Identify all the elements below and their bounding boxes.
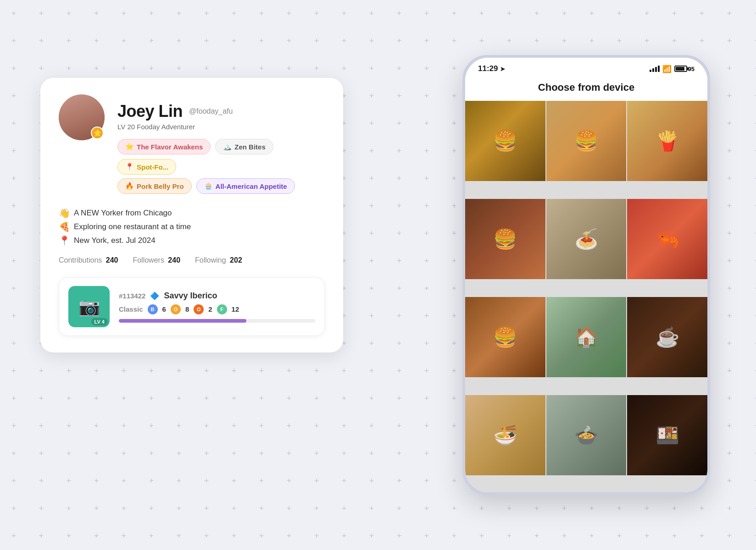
avatar-badge: ⭐ — [91, 126, 104, 139]
tags-row-2: 🔥 Pork Belly Pro 🧁 All-American Appetite — [117, 178, 325, 194]
char-id: #113422 — [119, 292, 145, 300]
photo-5-icon: 🍝 — [546, 199, 627, 279]
stat-badge-b: B — [148, 304, 158, 314]
char-stat-o2-val: 2 — [208, 305, 212, 313]
photo-cell-9[interactable]: ☕ — [627, 297, 707, 377]
user-name: Joey Lin — [117, 102, 183, 121]
photo-cell-5[interactable]: 🍝 — [546, 199, 627, 279]
photo-cell-7[interactable]: 🍔 — [465, 297, 545, 377]
char-stat-o1-val: 8 — [185, 305, 189, 313]
bio-section: 👋 A NEW Yorker from Chicago 🍕 Exploring … — [59, 208, 325, 246]
phone-inner: 11:29 ➤ 📶 95 — [465, 58, 707, 492]
battery-wrap: 95 — [674, 66, 695, 72]
photo-grid: 🍔 🍔 🍟 🍔 🍝 🦐 🍔 — [465, 101, 707, 492]
char-stat-f-val: 12 — [232, 305, 239, 313]
tag-zen-label: Zen Bites — [234, 143, 266, 151]
photo-cell-3[interactable]: 🍟 — [627, 101, 707, 181]
bio-line-2: 🍕 Exploring one restaurant at a time — [59, 221, 325, 232]
user-name-row: Joey Lin @fooday_afu — [117, 94, 325, 121]
stats-row: Contributions 240 Followers 240 Followin… — [59, 256, 325, 264]
following-value: 202 — [230, 256, 242, 264]
tag-spot[interactable]: 📍 Spot-Fo... — [117, 159, 176, 175]
photo-cell-4[interactable]: 🍔 — [465, 199, 545, 279]
tags-row-1: ⭐ The Flavor Awakens 🏔️ Zen Bites 📍 Spot… — [117, 139, 325, 175]
bio-line-1: 👋 A NEW Yorker from Chicago — [59, 208, 325, 219]
char-id-row: #113422 🔷 Savvy Iberico — [119, 291, 315, 301]
tag-pork-label: Pork Belly Pro — [137, 182, 184, 190]
bio-emoji-3: 📍 — [59, 235, 70, 246]
user-level: LV 20 Fooday Adventurer — [117, 123, 325, 131]
battery-fill — [676, 67, 685, 71]
signal-bar-1 — [650, 70, 651, 72]
photo-4-icon: 🍔 — [465, 199, 545, 279]
photo-1-icon: 🍔 — [465, 101, 545, 181]
tag-flavor[interactable]: ⭐ The Flavor Awakens — [117, 139, 211, 154]
avatar-wrap: ⭐ — [59, 94, 105, 140]
char-stat-b-val: 6 — [162, 305, 166, 313]
tag-spot-emoji: 📍 — [125, 163, 134, 171]
photo-12-icon: 🍱 — [627, 395, 707, 475]
location-arrow-icon: ➤ — [500, 66, 505, 72]
char-name: Savvy Iberico — [164, 291, 217, 301]
photo-cell-8[interactable]: 🏠 — [546, 297, 627, 377]
char-stats-label: Classic — [119, 305, 143, 313]
photo-cell-1[interactable]: 🍔 — [465, 101, 545, 181]
character-level-badge: LV 4 — [91, 318, 108, 325]
character-emoji: 📷 — [78, 297, 100, 317]
stat-followers: Followers 240 — [133, 256, 180, 264]
tag-pork[interactable]: 🔥 Pork Belly Pro — [117, 178, 192, 194]
tag-flavor-label: The Flavor Awakens — [137, 143, 203, 151]
tag-zen[interactable]: 🏔️ Zen Bites — [215, 139, 273, 154]
photo-cell-2[interactable]: 🍔 — [546, 101, 627, 181]
status-time: 11:29 ➤ — [478, 64, 505, 73]
avatar-section: ⭐ Joey Lin @fooday_afu LV 20 Fooday Adve… — [59, 94, 325, 198]
time-text: 11:29 — [478, 64, 498, 73]
photo-cell-11[interactable]: 🍲 — [546, 395, 627, 475]
battery-percent: 95 — [688, 66, 695, 72]
progress-bar-wrap — [119, 319, 315, 323]
bio-line-3: 📍 New York, est. Jul 2024 — [59, 235, 325, 246]
phone-status-bar: 11:29 ➤ 📶 95 — [465, 58, 707, 77]
photo-8-icon: 🏠 — [546, 297, 627, 377]
signal-bar-4 — [658, 66, 660, 72]
photo-11-icon: 🍲 — [546, 395, 627, 475]
signal-bar-2 — [652, 68, 654, 72]
profile-card: ⭐ Joey Lin @fooday_afu LV 20 Fooday Adve… — [40, 78, 343, 352]
tag-american-label: All-American Appetite — [216, 182, 287, 190]
character-info: #113422 🔷 Savvy Iberico Classic B 6 O 8 … — [119, 291, 315, 323]
contributions-value: 240 — [106, 256, 118, 264]
stat-badge-o2: O — [194, 304, 204, 314]
photo-10-icon: 🍜 — [465, 395, 545, 475]
character-image: 📷 LV 4 — [68, 286, 110, 327]
photo-cell-6[interactable]: 🦐 — [627, 199, 707, 279]
tag-pork-emoji: 🔥 — [125, 182, 134, 190]
bio-text-1: A NEW Yorker from Chicago — [74, 209, 172, 218]
wifi-icon: 📶 — [662, 65, 672, 73]
bio-emoji-1: 👋 — [59, 208, 70, 219]
battery-box — [674, 66, 687, 72]
stat-following: Following 202 — [195, 256, 242, 264]
char-stats: Classic B 6 O 8 O 2 F 12 — [119, 304, 315, 314]
bio-emoji-2: 🍕 — [59, 221, 70, 232]
signal-bars — [650, 66, 660, 72]
stat-badge-f: F — [217, 304, 227, 314]
scene: ⭐ Joey Lin @fooday_afu LV 20 Fooday Adve… — [0, 0, 756, 550]
bio-text-3: New York, est. Jul 2024 — [74, 236, 156, 245]
phone-frame: 11:29 ➤ 📶 95 — [462, 55, 710, 495]
photo-6-icon: 🦐 — [627, 199, 707, 279]
followers-label: Followers — [133, 256, 164, 264]
char-icon: 🔷 — [150, 292, 159, 300]
followers-value: 240 — [168, 256, 180, 264]
status-icons: 📶 95 — [650, 65, 695, 73]
tag-american-emoji: 🧁 — [204, 182, 213, 190]
photo-cell-12[interactable]: 🍱 — [627, 395, 707, 475]
signal-bar-3 — [655, 67, 657, 72]
progress-bar-fill — [119, 319, 246, 323]
photo-cell-10[interactable]: 🍜 — [465, 395, 545, 475]
tag-spot-label: Spot-Fo... — [137, 163, 168, 171]
photo-2-icon: 🍔 — [546, 101, 627, 181]
tag-american[interactable]: 🧁 All-American Appetite — [196, 178, 295, 194]
photo-3-icon: 🍟 — [627, 101, 707, 181]
phone-title: Choose from device — [465, 77, 707, 101]
stat-badge-o1: O — [171, 304, 181, 314]
